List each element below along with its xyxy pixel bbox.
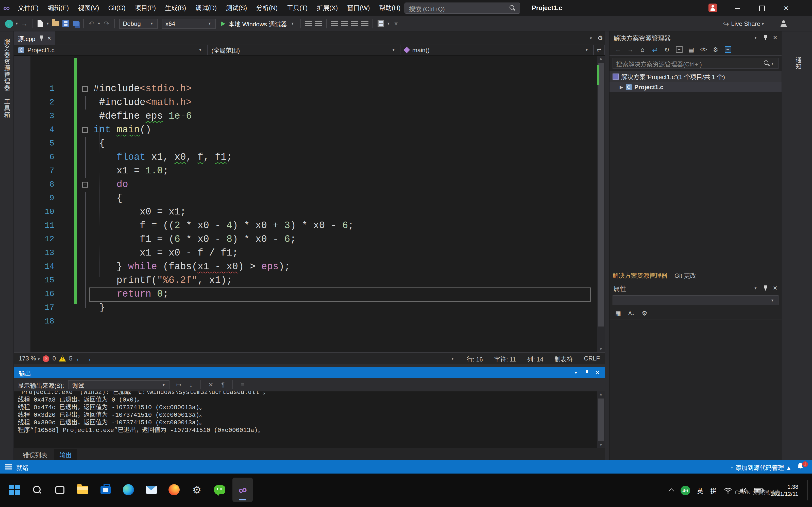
taskbar-explorer-icon[interactable]	[72, 477, 93, 502]
code-line[interactable]: 1−#include<stdio.h>	[14, 82, 597, 96]
pin-icon[interactable]	[763, 285, 768, 291]
close-icon[interactable]: ✕	[595, 369, 600, 376]
output-source-dropdown[interactable]: 调试▾	[68, 380, 170, 389]
goto-next-message-icon[interactable]: ↓	[186, 380, 196, 389]
taskbar-mail-icon[interactable]	[141, 477, 161, 502]
toolbar-overflow-icon[interactable]: ▾	[391, 18, 401, 29]
split-editor-icon[interactable]: ⇄	[594, 45, 605, 55]
menu-item[interactable]: 项目(P)	[130, 0, 160, 16]
collapse-all-icon[interactable]: −	[673, 44, 684, 55]
horizontal-splitter[interactable]	[14, 364, 605, 367]
new-file-dropdown-icon[interactable]: ▾	[45, 21, 50, 26]
scrollbar-thumb[interactable]	[598, 63, 604, 327]
user-avatar[interactable]	[708, 4, 717, 12]
menu-item[interactable]: Git(G)	[104, 0, 130, 16]
active-files-dropdown-icon[interactable]: ▾	[588, 36, 593, 40]
forward-icon[interactable]: →	[625, 44, 636, 55]
code-line[interactable]: 2 #include<math.h>	[14, 96, 597, 110]
close-button[interactable]: ✕	[777, 0, 795, 16]
scroll-down-icon[interactable]: ▼	[597, 346, 605, 352]
properties-header[interactable]: 属性 ▾ ✕	[610, 282, 781, 294]
categorized-icon[interactable]: ▦	[613, 308, 624, 318]
document-tab[interactable]: 源.cpp ✕	[14, 32, 55, 45]
taskbar-start-icon[interactable]	[4, 477, 24, 502]
dock-tab[interactable]: Git 更改	[674, 271, 696, 279]
start-debugging-button[interactable]: 本地 Windows 调试器 ▾	[221, 19, 295, 28]
code-line[interactable]: 16 return 0;	[14, 287, 597, 301]
code-line[interactable]: 18	[14, 315, 597, 329]
close-icon[interactable]: ✕	[773, 34, 777, 41]
home-icon[interactable]: ⌂	[637, 44, 648, 55]
save-icon[interactable]	[60, 18, 70, 29]
fold-marker[interactable]: −	[82, 127, 88, 133]
background-tasks-icon[interactable]	[5, 464, 12, 470]
code-line[interactable]: 17 }	[14, 301, 597, 315]
notifications-bell-icon[interactable]: 1	[797, 462, 807, 471]
live-share-button[interactable]: ↪ Live Share ▾	[721, 16, 765, 32]
solution-node[interactable]: 解决方案"Project1.c"(1 个项目/共 1 个)	[610, 71, 781, 81]
code-line[interactable]: 6 float x1, x0, f, f1;	[14, 151, 597, 164]
taskbar-store-icon[interactable]	[95, 477, 116, 502]
expander-icon[interactable]: ▶	[620, 84, 623, 90]
bookmark-icon[interactable]	[376, 18, 386, 29]
quick-search-box[interactable]: 搜索 (Ctrl+Q)	[404, 3, 520, 14]
navigate-back-arrow-icon[interactable]: ←	[75, 355, 82, 362]
save-all-icon[interactable]	[70, 18, 81, 29]
redo-icon[interactable]: ↷	[101, 18, 112, 29]
navigate-forward-icon[interactable]: →	[19, 18, 30, 29]
menu-item[interactable]: 编辑(E)	[43, 0, 73, 16]
close-icon[interactable]: ✕	[47, 35, 51, 41]
code-line[interactable]: 7 x1 = 1.0;	[14, 164, 597, 178]
tab-options-icon[interactable]: ⚙	[597, 35, 603, 42]
taskbar-firefox-icon[interactable]	[164, 477, 184, 502]
menu-item[interactable]: 分析(N)	[251, 0, 282, 16]
code-line[interactable]: 4−int main()	[14, 123, 597, 137]
platform-dropdown[interactable]: x64▾	[162, 18, 216, 29]
properties-object-dropdown[interactable]: ▾	[613, 295, 778, 305]
refresh-icon[interactable]: ↻	[661, 44, 672, 55]
wifi-icon[interactable]	[724, 487, 732, 494]
warning-count[interactable]: 5	[69, 355, 72, 362]
diagnostics-icon[interactable]	[314, 18, 324, 29]
preview-selected-items-icon[interactable]: −	[722, 44, 733, 55]
minimize-button[interactable]	[729, 0, 746, 16]
window-position-dropdown-icon[interactable]: ▾	[573, 371, 578, 375]
solution-config-dropdown[interactable]: Debug▾	[119, 18, 158, 29]
zoom-dropdown[interactable]: 173 % ▾	[19, 355, 40, 362]
code-line[interactable]: 3 #define eps 1e-6	[14, 110, 597, 123]
error-count[interactable]: 0	[53, 355, 56, 362]
property-pages-icon[interactable]: ⚙	[639, 308, 650, 318]
uncomment-icon[interactable]	[360, 18, 370, 29]
scroll-up-icon[interactable]: ▲	[597, 391, 605, 397]
undo-dropdown-icon[interactable]: ▾	[96, 21, 101, 26]
source-control-button[interactable]: ↑ 添加到源代码管理 ▲	[730, 463, 792, 471]
scroll-down-icon[interactable]: ▼	[597, 442, 605, 448]
nav-member-dropdown[interactable]: main()▾	[401, 45, 594, 55]
taskbar-search-icon[interactable]	[27, 477, 47, 502]
properties-icon[interactable]: ⚙	[710, 44, 721, 55]
code-line[interactable]: 15 printf("%6.2f", x1);	[14, 274, 597, 287]
menu-item[interactable]: 窗口(W)	[342, 0, 374, 16]
messages-icon[interactable]: ≡	[238, 380, 248, 389]
menu-item[interactable]: 工具(T)	[282, 0, 312, 16]
pin-icon[interactable]	[763, 35, 768, 41]
fold-marker[interactable]: −	[82, 86, 88, 92]
vertical-splitter[interactable]	[605, 32, 609, 460]
outdent-icon[interactable]	[329, 18, 340, 29]
undo-icon[interactable]: ↶	[86, 18, 96, 29]
code-line[interactable]: 12 f1 = (6 * x0 - 8) * x0 - 6;	[14, 233, 597, 246]
alphabetical-sort-icon[interactable]: A↓	[626, 308, 637, 318]
nav-scope-dropdown[interactable]: (全局范围)▾	[207, 45, 400, 55]
panel-tab[interactable]: 错误列表	[18, 449, 52, 460]
navigate-back-dropdown-icon[interactable]: ▾	[14, 21, 19, 26]
clear-all-icon[interactable]: ✕	[206, 380, 216, 389]
taskbar-wechat-icon[interactable]	[210, 477, 230, 502]
new-file-icon[interactable]	[35, 18, 45, 29]
code-line[interactable]: 9 {	[14, 192, 597, 205]
dock-tab[interactable]: 解决方案资源管理器	[613, 271, 667, 279]
output-vertical-scrollbar[interactable]: ▲ ▼	[597, 391, 605, 448]
word-wrap-icon[interactable]: ¶	[218, 380, 228, 389]
code-area[interactable]: 1−#include<stdio.h>2 #include<math.h>3 #…	[14, 56, 605, 352]
menu-item[interactable]: 调试(D)	[191, 0, 221, 16]
taskbar-settings-icon[interactable]	[187, 477, 207, 502]
